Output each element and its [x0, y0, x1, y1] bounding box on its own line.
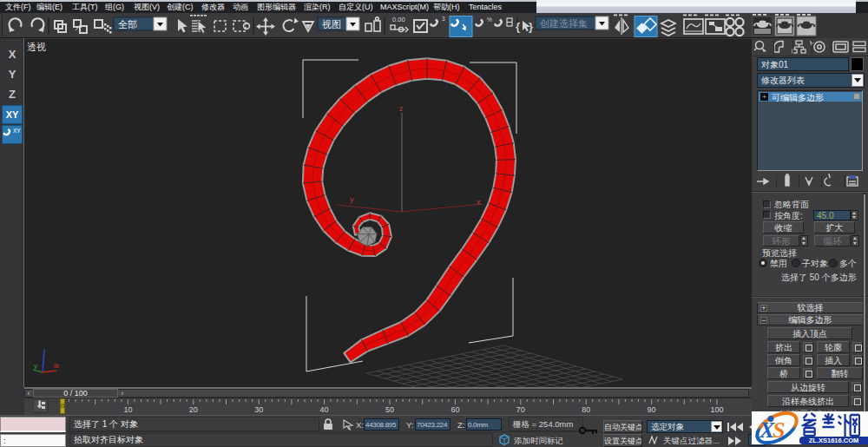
svg-text:XY: XY [13, 128, 21, 134]
svg-text:%: % [487, 16, 492, 23]
svg-text:y: y [34, 362, 37, 370]
svg-text:全部: 全部 [118, 19, 137, 30]
svg-text:0.00: 0.00 [392, 16, 405, 23]
svg-text:10: 10 [123, 405, 132, 414]
svg-text:3: 3 [442, 16, 445, 22]
svg-text:S: S [773, 417, 785, 443]
svg-text:}: } [529, 20, 533, 33]
svg-text:70: 70 [516, 405, 525, 414]
svg-text:90: 90 [648, 405, 656, 414]
svg-text:100: 100 [710, 405, 723, 414]
svg-text:创建选择集: 创建选择集 [540, 18, 588, 29]
svg-text:80: 80 [582, 405, 590, 414]
svg-text:60: 60 [450, 405, 459, 414]
svg-text:x: x [477, 198, 481, 207]
svg-text:30: 30 [254, 405, 263, 414]
svg-text:视图: 视图 [322, 19, 341, 30]
svg-text:y: y [350, 195, 354, 204]
svg-text:20: 20 [189, 405, 198, 414]
svg-text:40: 40 [320, 405, 329, 414]
svg-text:{: { [516, 20, 520, 33]
svg-text:z: z [399, 104, 404, 113]
svg-text:50: 50 [385, 405, 394, 414]
